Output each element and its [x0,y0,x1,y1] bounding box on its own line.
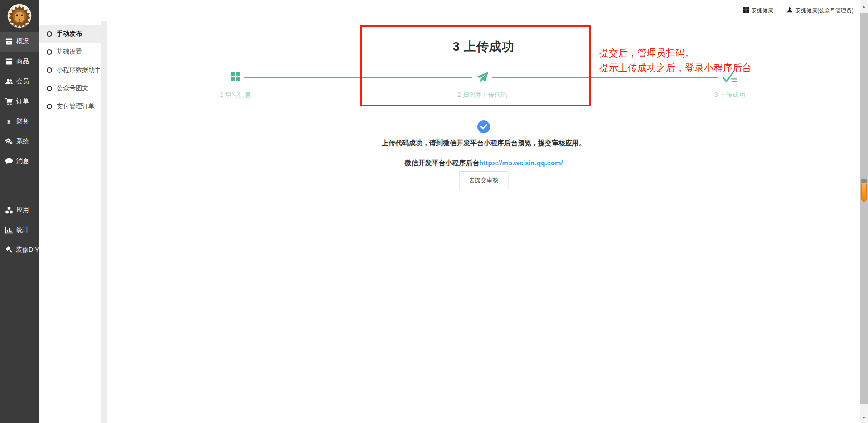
submenu-item-label: 手动发布 [57,30,82,38]
app-window: 概况商品会员订单¥财务系统消息 应用统计装修DIY 安捷健康 安捷健康(公众号管… [0,0,868,423]
submenu-scrollbar[interactable] [101,21,107,423]
circle-outline-icon [47,67,52,73]
sidebar-item-overview[interactable]: 概况 [0,32,39,52]
main-content: 3 上传成功 1 填写信息2 扫码并上传代码3 上传成功 上传代码成功，请到微信… [107,21,860,423]
sidebar-item-label: 会员 [16,77,29,86]
circle-outline-icon [47,104,52,109]
grid-icon [227,72,244,81]
comment-icon [5,158,13,165]
top-header: 安捷健康 安捷健康(公众号管理员) [39,0,860,21]
step-wizard: 1 填写信息2 扫码并上传代码3 上传成功 [107,69,860,115]
submenu-item-official-account-articles[interactable]: 公众号图文 [39,79,101,97]
sidebar-item-label: 应用 [16,206,29,214]
checklist-icon [718,72,741,84]
scroll-up-icon[interactable]: ▲ [860,3,868,10]
submenu-item-label: 公众号图文 [57,84,88,92]
archive-icon [5,38,13,45]
scrollbar-orange-marker[interactable] [861,182,867,202]
sidebar-spacer [0,171,39,200]
brand-logo[interactable] [0,0,39,32]
sidebar-main-group: 概况商品会员订单¥财务系统消息 [0,32,39,171]
scroll-down-icon[interactable]: ▼ [860,414,868,421]
user-icon [787,7,793,14]
wizard-step-title: 3 上传成功 [107,38,860,55]
sidebar-item-goods[interactable]: 商品 [0,52,39,72]
cart-icon [5,98,13,105]
step-label-1: 1 填写信息 [220,91,251,99]
platform-link-prefix: 微信开发平台小程序后台 [404,159,479,167]
circle-outline-icon [47,31,52,37]
sidebar-item-stats[interactable]: 统计 [0,220,39,240]
users-icon [5,78,13,85]
sidebar-bottom-group: 应用统计装修DIY [0,200,39,260]
step-label-3: 3 上传成功 [714,91,745,99]
go-submit-review-button[interactable]: 去提交审核 [459,171,509,189]
sidebar-item-label: 系统 [16,137,29,145]
th-large-icon [743,7,749,14]
platform-link-line: 微信开发平台小程序后台https://mp.weixin.qq.com/ [107,159,860,168]
secondary-sidebar: 手动发布基础设置小程序数据助手公众号图文支付管理订单 [39,21,101,423]
check-icon [480,124,487,130]
sidebar-item-finance[interactable]: ¥财务 [0,111,39,131]
sidebar-item-messages[interactable]: 消息 [0,151,39,171]
box-icon [5,58,13,65]
sidebar-item-label: 统计 [16,226,29,234]
sidebar-item-label: 装修DIY [16,246,39,254]
shop-name-label: 安捷健康 [752,7,773,14]
submenu-item-payment-order-management[interactable]: 支付管理订单 [39,97,101,115]
cubes-icon [5,207,13,214]
lion-logo-icon [6,3,33,29]
sidebar-item-label: 消息 [16,157,29,165]
step-label-2: 2 扫码并上传代码 [457,91,507,99]
shop-switcher[interactable]: 安捷健康 [743,7,773,14]
primary-sidebar: 概况商品会员订单¥财务系统消息 应用统计装修DIY [0,0,39,423]
sidebar-item-label: 财务 [16,117,29,125]
sidebar-item-label: 订单 [16,97,29,106]
gavel-icon [5,246,12,254]
sidebar-item-apps[interactable]: 应用 [0,200,39,220]
sidebar-item-system[interactable]: 系统 [0,131,39,151]
circle-outline-icon [47,86,52,91]
circle-outline-icon [47,49,52,55]
sidebar-item-orders[interactable]: 订单 [0,91,39,111]
upload-success-message: 上传代码成功，请到微信开发平台小程序后台预览，提交审核应用。 [107,139,860,148]
success-check-badge [477,120,490,133]
cogs-icon [5,138,13,145]
weixin-platform-link[interactable]: https://mp.weixin.qq.com/ [479,159,563,167]
yen-icon: ¥ [5,118,13,125]
submenu-item-label: 基础设置 [57,48,82,56]
submenu-item-miniprogram-data-assistant[interactable]: 小程序数据助手 [39,61,101,79]
sidebar-item-label: 商品 [16,58,29,66]
user-menu[interactable]: 安捷健康(公众号管理员) [787,7,853,14]
submenu-item-label: 小程序数据助手 [57,66,101,74]
sidebar-item-diy[interactable]: 装修DIY [0,240,39,260]
user-name-label: 安捷健康(公众号管理员) [795,7,853,14]
paper-plane-icon [472,72,492,83]
sidebar-item-label: 概况 [16,38,29,46]
submenu-item-label: 支付管理订单 [57,102,95,111]
window-scrollbar: ▲ ▼ [860,0,868,423]
submenu-item-manual-publish[interactable]: 手动发布 [39,25,101,43]
sidebar-item-members[interactable]: 会员 [0,72,39,91]
submenu-item-basic-settings[interactable]: 基础设置 [39,43,101,61]
chart-icon [5,226,13,234]
scrollbar-thumb[interactable] [860,13,868,404]
